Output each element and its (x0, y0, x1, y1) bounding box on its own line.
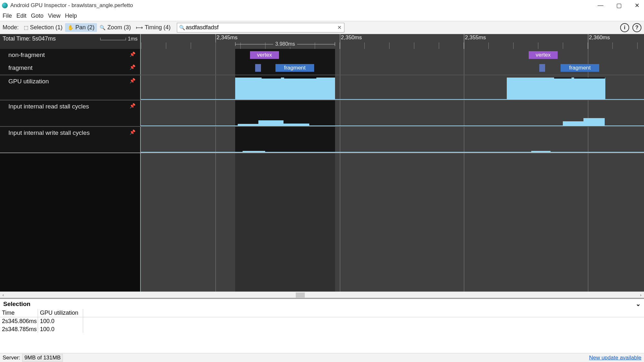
selection-panel-title: Selection (3, 301, 30, 308)
selection-table: Time GPU utilization 2s345.806ms 100.0 2… (0, 309, 644, 333)
menu-edit[interactable]: Edit (16, 13, 26, 19)
timing-icon: ⟼ (136, 25, 143, 31)
col-time: Time (0, 309, 38, 317)
trace-segment[interactable] (507, 78, 605, 100)
pin-icon[interactable]: 📌 (130, 51, 136, 57)
table-row[interactable]: 2s348.785ms 100.0 (0, 325, 644, 333)
scroll-left-icon[interactable]: ‹ (0, 292, 6, 297)
trace-segment[interactable]: fragment (561, 64, 599, 72)
menu-goto[interactable]: Goto (31, 13, 43, 19)
trace-segment[interactable] (255, 64, 261, 72)
maximize-icon[interactable]: ▢ (616, 2, 622, 9)
tracks-area: non-fragment📌vertexvertexfragment📌fragme… (0, 49, 644, 153)
track-label[interactable]: fragment📌 (0, 62, 141, 75)
ruler-right[interactable]: 2,345ms2,350ms2,355ms2,360ms 3.980ms (141, 34, 644, 49)
total-time-label: Total Time: 5s047ms (3, 35, 56, 42)
server-label: Server: (3, 355, 20, 361)
mode-timing-button[interactable]: ⟼ Timing (4) (133, 23, 173, 32)
timeline-empty-area[interactable] (0, 153, 644, 292)
track-lane[interactable] (141, 100, 644, 126)
timeline-ruler: Total Time: 5s047ms 1ms 2,345ms2,350ms2,… (0, 34, 644, 49)
track-row: GPU utilization📌 (0, 75, 644, 100)
menu-help[interactable]: Help (65, 13, 77, 19)
track-row: Input internal read stall cycles📌 (0, 100, 644, 126)
col-gpu-util: GPU utilization (38, 309, 83, 317)
trace-segment[interactable]: vertex (250, 51, 279, 59)
minimize-icon[interactable]: — (598, 2, 603, 9)
ruler-left: Total Time: 5s047ms 1ms (0, 34, 141, 49)
track-row: non-fragment📌vertexvertex (0, 49, 644, 62)
search-wrap: 🔍 ✕ (177, 23, 344, 32)
selection-measure: 3.980ms (235, 41, 335, 47)
memory-usage: 9MB of 131MB (22, 354, 63, 362)
zoom-icon: 🔍 (100, 25, 106, 31)
help-icon[interactable]: ? (632, 23, 641, 32)
selection-icon: ⬚ (24, 25, 28, 31)
close-icon[interactable]: ✕ (635, 2, 639, 9)
search-icon: 🔍 (179, 25, 185, 31)
track-label[interactable]: Input internal read stall cycles📌 (0, 100, 141, 126)
menubar: File Edit Goto View Help (0, 11, 644, 21)
scroll-thumb[interactable] (296, 292, 305, 298)
scale-hint: 1ms (100, 35, 138, 42)
pin-icon[interactable]: 📌 (130, 103, 136, 109)
track-lane[interactable]: vertexvertex (141, 49, 644, 62)
statusbar: Server: 9MB of 131MB New update availabl… (0, 353, 644, 362)
info-icon[interactable]: i (620, 23, 629, 32)
track-label[interactable]: non-fragment📌 (0, 49, 141, 62)
pin-icon[interactable]: 📌 (130, 78, 136, 84)
window-title: Android GPU Inspector - brawlstars_angle… (10, 2, 133, 9)
menu-view[interactable]: View (48, 13, 61, 19)
menu-file[interactable]: File (3, 13, 12, 19)
mode-label: Mode: (3, 24, 19, 31)
toolbar-right: i ? (620, 23, 641, 32)
mode-zoom-button[interactable]: 🔍 Zoom (3) (97, 23, 133, 32)
trace-segment[interactable]: fragment (275, 64, 314, 72)
track-lane[interactable] (141, 75, 644, 100)
track-row: fragment📌fragmentfragment (0, 62, 644, 75)
horizontal-scrollbar[interactable]: ‹ › (0, 292, 644, 298)
toolbar: Mode: ⬚ Selection (1) ✋ Pan (2) 🔍 Zoom (… (0, 21, 644, 34)
collapse-icon[interactable]: ⌄ (636, 300, 641, 308)
track-lane[interactable]: fragmentfragment (141, 62, 644, 75)
search-input[interactable] (177, 23, 344, 32)
trace-segment[interactable] (583, 118, 605, 126)
pin-icon[interactable]: 📌 (130, 64, 136, 70)
mode-selection-button[interactable]: ⬚ Selection (1) (21, 23, 65, 32)
trace-segment[interactable] (235, 78, 335, 100)
mode-pan-button[interactable]: ✋ Pan (2) (65, 23, 97, 32)
track-label[interactable]: GPU utilization📌 (0, 75, 141, 100)
track-label[interactable]: Input internal write stall cycles📌 (0, 127, 141, 153)
titlebar: Android GPU Inspector - brawlstars_angle… (0, 0, 644, 11)
trace-segment[interactable] (539, 64, 545, 72)
table-row[interactable]: 2s345.806ms 100.0 (0, 317, 644, 325)
window-controls: — ▢ ✕ (598, 2, 642, 9)
pin-icon[interactable]: 📌 (130, 129, 136, 135)
trace-segment[interactable]: vertex (529, 51, 558, 59)
update-link[interactable]: New update available (589, 355, 641, 361)
track-row: Input internal write stall cycles📌 (0, 126, 644, 153)
clear-search-icon[interactable]: ✕ (337, 24, 341, 31)
selection-panel: Selection ⌄ Time GPU utilization 2s345.8… (0, 298, 644, 333)
scroll-right-icon[interactable]: › (638, 292, 644, 297)
track-lane[interactable] (141, 127, 644, 153)
app-icon (2, 3, 8, 8)
hand-icon: ✋ (68, 25, 74, 31)
